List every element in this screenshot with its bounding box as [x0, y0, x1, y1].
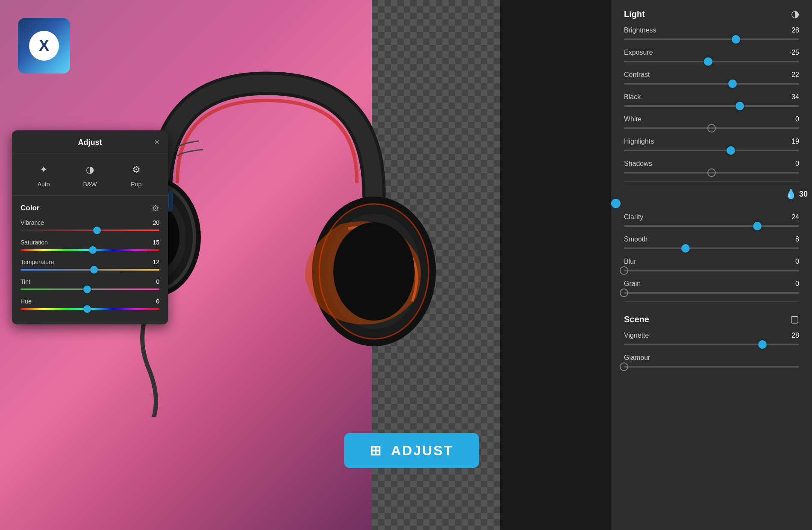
clarity-slider-row: Clarity 24 — [611, 209, 812, 231]
highlights-value: 19 — [791, 138, 799, 145]
shadows-thumb[interactable] — [707, 168, 716, 177]
white-thumb[interactable] — [707, 124, 716, 132]
vibrance-track[interactable] — [21, 230, 159, 231]
vibrance-value: 20 — [153, 219, 159, 226]
smooth-thumb[interactable] — [681, 244, 690, 253]
color-settings-icon[interactable]: ⚙ — [152, 203, 159, 213]
brightness-slider-row: Brightness 28 — [611, 22, 812, 44]
adjust-panel-title: Adjust — [78, 138, 102, 147]
temperature-slider-row: Temperature 12 — [12, 257, 168, 277]
auto-icon: ✦ — [35, 161, 52, 178]
black-thumb[interactable] — [736, 102, 744, 110]
adjust-close-button[interactable]: × — [154, 137, 159, 147]
temperature-thumb[interactable] — [90, 266, 98, 274]
mode-pop[interactable]: ⚙ Pop — [128, 161, 145, 188]
hue-value: 0 — [156, 298, 159, 305]
tint-label: Tint — [21, 278, 30, 285]
black-label: Black — [624, 93, 641, 101]
divider-1 — [624, 181, 799, 182]
black-value: 34 — [791, 93, 799, 101]
highlights-track[interactable] — [624, 150, 799, 151]
blur-thumb[interactable] — [620, 266, 628, 275]
glamour-track[interactable] — [624, 366, 799, 368]
clarity-label: Clarity — [624, 213, 643, 221]
white-label: White — [624, 115, 641, 123]
scroll-area: 💧 30 — [611, 185, 812, 200]
mode-auto-label: Auto — [38, 181, 50, 188]
exposure-slider-row: Exposure -25 — [611, 44, 812, 67]
blur-label: Blur — [624, 258, 636, 265]
color-section-title: Color — [21, 204, 39, 212]
vignette-track[interactable] — [624, 344, 799, 345]
tint-value: 0 — [156, 278, 159, 285]
shadows-label: Shadows — [624, 160, 652, 168]
hue-track[interactable] — [21, 308, 159, 310]
exposure-thumb[interactable] — [704, 57, 712, 66]
contrast-value: 22 — [791, 71, 799, 79]
color-section-header: Color ⚙ — [12, 196, 168, 218]
scroll-value: 30 — [799, 190, 808, 199]
adjust-modes-row: ✦ Auto ◑ B&W ⚙ Pop — [12, 153, 168, 196]
highlights-thumb[interactable] — [727, 146, 735, 155]
brightness-track[interactable] — [624, 38, 799, 40]
black-track[interactable] — [624, 105, 799, 107]
adjust-button[interactable]: ⊞ ADJUST — [344, 433, 479, 468]
light-section-icon: ◑ — [791, 9, 799, 20]
tint-thumb[interactable] — [83, 286, 91, 293]
exposure-track[interactable] — [624, 61, 799, 62]
shadows-value: 0 — [795, 160, 799, 168]
scroll-position-thumb[interactable] — [611, 199, 621, 208]
hue-thumb[interactable] — [83, 305, 91, 313]
brightness-thumb[interactable] — [732, 35, 740, 44]
glamour-slider-row: Glamour — [611, 350, 812, 372]
blur-track[interactable] — [624, 270, 799, 271]
light-section-header: Light ◑ — [611, 0, 812, 22]
app-logo-letter: X — [29, 31, 59, 61]
mode-auto[interactable]: ✦ Auto — [35, 161, 52, 188]
pop-icon: ⚙ — [128, 161, 145, 178]
brightness-label: Brightness — [624, 26, 656, 34]
svg-point-9 — [333, 222, 415, 321]
clarity-thumb[interactable] — [753, 222, 762, 230]
grain-thumb[interactable] — [620, 289, 628, 297]
glamour-thumb[interactable] — [620, 362, 628, 371]
grain-track[interactable] — [624, 292, 799, 294]
brightness-value: 28 — [791, 26, 799, 34]
vibrance-label: Vibrance — [21, 219, 44, 226]
shadows-slider-row: Shadows 0 — [611, 156, 812, 178]
vignette-thumb[interactable] — [758, 340, 767, 349]
contrast-track[interactable] — [624, 83, 799, 85]
mode-bw[interactable]: ◑ B&W — [81, 161, 98, 188]
grain-slider-row: Grain 0 — [611, 276, 812, 298]
temperature-label: Temperature — [21, 259, 54, 265]
contrast-thumb[interactable] — [728, 80, 737, 88]
scene-section-header: Scene ▢ — [611, 305, 812, 327]
adjust-btn-icon: ⊞ — [370, 442, 382, 459]
smooth-value: 8 — [795, 236, 799, 243]
highlights-label: Highlights — [624, 138, 654, 145]
contrast-label: Contrast — [624, 71, 650, 79]
tint-slider-row: Tint 0 — [12, 277, 168, 296]
grain-value: 0 — [795, 280, 799, 288]
saturation-thumb[interactable] — [89, 246, 97, 254]
saturation-value: 15 — [153, 239, 159, 246]
exposure-value: -25 — [789, 49, 799, 56]
clarity-track[interactable] — [624, 225, 799, 227]
saturation-track[interactable] — [21, 249, 159, 251]
black-slider-row: Black 34 — [611, 89, 812, 111]
tint-track[interactable] — [21, 289, 159, 290]
app-logo[interactable]: X — [18, 18, 70, 74]
grain-label: Grain — [624, 280, 641, 288]
temperature-track[interactable] — [21, 269, 159, 271]
white-track[interactable] — [624, 127, 799, 129]
scroll-thumb-area — [611, 201, 812, 206]
saturation-slider-row: Saturation 15 — [12, 237, 168, 257]
vibrance-thumb[interactable] — [93, 227, 101, 234]
shadows-track[interactable] — [624, 172, 799, 174]
hue-label: Hue — [21, 298, 32, 305]
smooth-slider-row: Smooth 8 — [611, 231, 812, 253]
light-section-title: Light — [624, 9, 645, 19]
adjust-panel-header: Adjust × — [12, 130, 168, 153]
smooth-track[interactable] — [624, 247, 799, 249]
mode-bw-label: B&W — [83, 181, 97, 188]
